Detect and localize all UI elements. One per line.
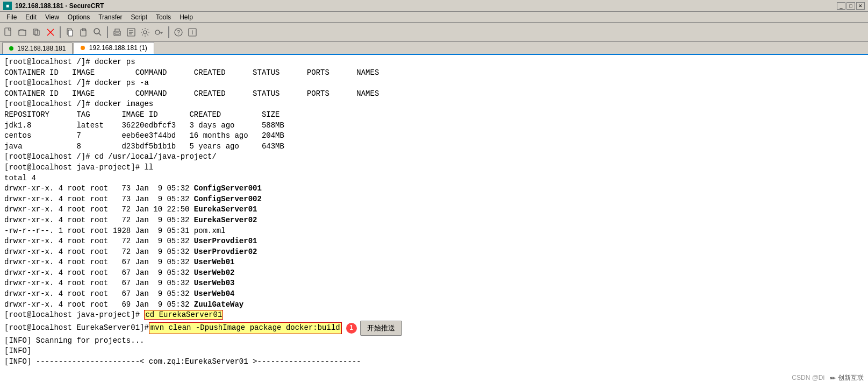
svg-rect-13 [115,33,119,34]
menu-file[interactable]: File [2,12,21,22]
cmd-line-with-btn: [root@localhost EurekaServer01]# mvn cle… [4,321,864,336]
maximize-button[interactable]: □ [847,2,855,10]
creator-label: 创新互联 [838,373,864,383]
svg-point-19 [155,30,160,34]
tab-indicator-1 [9,46,13,51]
tab-bar: 192.168.188.181 192.168.188.181 (1) [0,42,868,55]
tab-session-2[interactable]: 192.168.188.181 (1) [74,42,154,54]
toolbar-separator-1 [60,26,61,38]
terminal-info-output: [INFO] Scanning for projects... [INFO] [… [4,336,864,367]
svg-point-18 [144,31,147,34]
svg-line-11 [99,33,101,36]
menu-script[interactable]: Script [126,12,152,22]
menu-options[interactable]: Options [63,12,94,22]
app-icon: ■ [3,2,12,10]
minimize-button[interactable]: _ [837,2,845,10]
window-title: 192.168.188.181 - SecureCRT [15,2,837,10]
tab-session-1[interactable]: 192.168.188.181 [2,43,73,54]
toolbar-btn-key[interactable] [153,26,166,39]
svg-point-10 [94,29,99,34]
tab-label-1: 192.168.188.181 [17,45,66,52]
terminal-output: [root@localhost /]# docker ps CONTAINER … [4,57,864,321]
toolbar-btn-info[interactable]: i [186,26,199,39]
toolbar-btn-print[interactable] [111,26,124,39]
toolbar-btn-help[interactable]: ? [172,26,185,39]
menu-tools[interactable]: Tools [152,12,175,22]
toolbar-btn-5[interactable] [125,26,138,39]
close-button[interactable]: ✕ [856,2,865,10]
title-bar: ■ 192.168.188.181 - SecureCRT _ □ ✕ [0,0,868,12]
svg-text:i: i [192,29,193,36]
step-badge: 1 [346,323,357,334]
cmd-prompt: [root@localhost EurekaServer01]# [4,323,149,334]
toolbar-btn-3[interactable] [30,26,43,39]
menu-bar: File Edit View Options Transfer Script T… [0,12,868,23]
creator-icon: ✏ [830,371,836,385]
menu-transfer[interactable]: Transfer [94,12,126,22]
window-controls[interactable]: _ □ ✕ [837,2,865,10]
toolbar-btn-2[interactable] [16,26,29,39]
start-push-button[interactable]: 开始推送 [360,321,402,336]
svg-text:?: ? [177,29,180,36]
menu-help[interactable]: Help [175,12,197,22]
toolbar-btn-paste[interactable] [77,26,90,39]
toolbar-separator-2 [107,26,108,38]
toolbar-btn-x[interactable] [44,26,57,39]
terminal-area[interactable]: [root@localhost /]# docker ps CONTAINER … [0,55,868,389]
toolbar-btn-settings[interactable] [139,26,152,39]
creator-badge: ✏ 创新互联 [830,371,864,385]
tab-indicator-2 [81,46,85,50]
svg-rect-7 [68,30,73,36]
toolbar-btn-copy[interactable] [63,26,76,39]
toolbar-separator-3 [168,26,169,38]
toolbar: ? i [0,23,868,42]
cmd-text: mvn clean -DpushImage package docker:bui… [149,322,342,334]
tab-label-2: 192.168.188.181 (1) [89,44,147,52]
toolbar-btn-search[interactable] [91,26,104,39]
svg-rect-0 [5,28,11,36]
csdn-label: CSDN @Di [792,373,824,383]
menu-view[interactable]: View [41,12,63,22]
toolbar-btn-1[interactable] [2,26,15,39]
menu-edit[interactable]: Edit [21,12,41,22]
